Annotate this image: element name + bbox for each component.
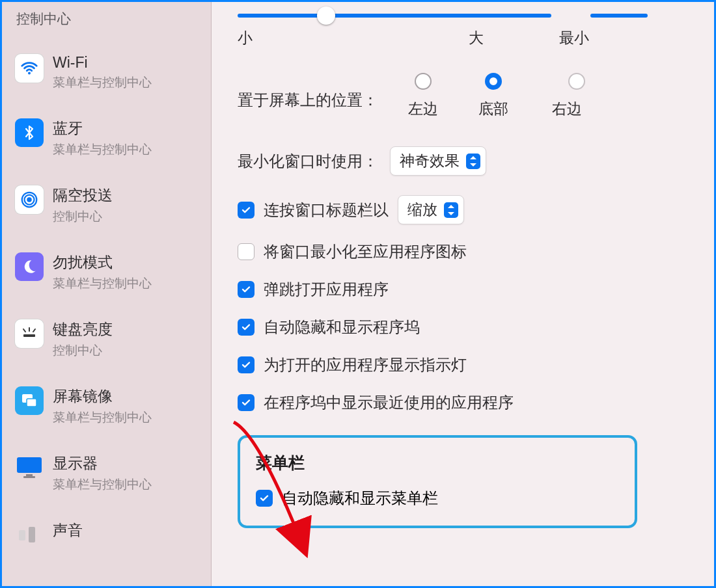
svg-point-0: [28, 72, 31, 75]
display-icon: [15, 453, 44, 482]
svg-rect-14: [29, 527, 35, 542]
sidebar-item-label: 隔空投送: [53, 185, 113, 206]
svg-line-6: [23, 329, 25, 332]
sidebar: 控制中心 Wi-Fi 菜单栏与控制中心 蓝牙 菜单栏与控制中心 隔空投送 控制中…: [2, 2, 212, 586]
svg-rect-9: [27, 399, 36, 407]
svg-line-7: [33, 329, 35, 332]
position-radio-group: 左边 底部 右边: [408, 73, 585, 119]
check-autohide-dock[interactable]: 自动隐藏和显示程序坞: [238, 317, 714, 338]
check-show-indicators[interactable]: 为打开的应用程序显示指示灯: [238, 354, 714, 375]
checkbox-icon: [238, 243, 255, 260]
minimize-label: 最小化窗口时使用：: [238, 151, 378, 172]
moon-icon: [15, 252, 44, 281]
svg-rect-4: [23, 334, 35, 337]
sidebar-item-sublabel: 控制中心: [53, 208, 113, 225]
sidebar-item-airdrop[interactable]: 隔空投送 控制中心: [15, 171, 211, 238]
checkbox-icon: [256, 490, 273, 507]
slider-label-large: 大: [469, 28, 484, 48]
sidebar-item-label: 显示器: [53, 453, 152, 474]
sidebar-item-sublabel: 菜单栏与控制中心: [53, 409, 152, 426]
sidebar-item-dnd[interactable]: 勿扰模式 菜单栏与控制中心: [15, 238, 211, 305]
sidebar-item-sublabel: 菜单栏与控制中心: [53, 275, 152, 292]
sidebar-item-label: 屏幕镜像: [53, 386, 152, 407]
sound-icon: [15, 520, 44, 549]
check-autohide-menubar[interactable]: 自动隐藏和显示菜单栏: [256, 488, 619, 509]
check-minimize-to-app-icon[interactable]: 将窗口最小化至应用程序图标: [238, 241, 714, 262]
check-show-recent-apps[interactable]: 在程序坞中显示最近使用的应用程序: [238, 392, 714, 413]
sidebar-item-sound[interactable]: 声音: [15, 506, 211, 562]
magnification-slider[interactable]: [590, 14, 648, 18]
sidebar-item-wifi[interactable]: Wi-Fi 菜单栏与控制中心: [15, 40, 211, 104]
sidebar-item-label: 键盘亮度: [53, 319, 113, 340]
sidebar-item-sublabel: 菜单栏与控制中心: [53, 74, 152, 91]
sidebar-item-keyboard-brightness[interactable]: 键盘亮度 控制中心: [15, 305, 211, 372]
sidebar-item-label: 勿扰模式: [53, 252, 152, 273]
svg-point-1: [27, 197, 32, 202]
sidebar-item-sublabel: 菜单栏与控制中心: [53, 476, 152, 493]
sidebar-item-label: 蓝牙: [53, 118, 152, 139]
checkbox-icon: [238, 394, 255, 411]
check-double-click-title[interactable]: 连按窗口标题栏以 缩放: [238, 195, 714, 224]
sidebar-item-screen-mirroring[interactable]: 屏幕镜像 菜单栏与控制中心: [15, 372, 211, 439]
sidebar-item-display[interactable]: 显示器 菜单栏与控制中心: [15, 439, 211, 506]
svg-rect-13: [19, 530, 25, 541]
slider-label-min: 最小: [559, 28, 589, 48]
sidebar-item-bluetooth[interactable]: 蓝牙 菜单栏与控制中心: [15, 104, 211, 171]
main-panel: 小 大 最小 置于屏幕上的位置： 左边 底部 右边 最小化窗口时使用： 神奇效果: [212, 2, 714, 586]
airdrop-icon: [15, 185, 44, 214]
radio-left[interactable]: 左边: [408, 73, 438, 119]
svg-rect-10: [17, 457, 42, 473]
size-slider-row: [238, 2, 714, 18]
checkbox-icon: [238, 202, 255, 219]
check-bounce-open-apps[interactable]: 弹跳打开应用程序: [238, 279, 714, 300]
sidebar-item-label: 声音: [53, 520, 83, 541]
checkbox-icon: [238, 356, 255, 373]
minimize-effect-dropdown[interactable]: 神奇效果: [390, 146, 486, 176]
sidebar-title: 控制中心: [15, 10, 211, 28]
svg-rect-11: [26, 474, 33, 476]
position-label: 置于屏幕上的位置：: [238, 73, 378, 111]
dropdown-arrows-icon: [444, 202, 458, 218]
radio-right[interactable]: 右边: [549, 73, 585, 119]
dropdown-arrows-icon: [466, 154, 480, 169]
slider-thumb[interactable]: [317, 7, 335, 25]
radio-bottom[interactable]: 底部: [478, 73, 508, 119]
sidebar-item-sublabel: 菜单栏与控制中心: [53, 141, 152, 158]
slider-label-small: 小: [238, 28, 253, 48]
double-click-action-dropdown[interactable]: 缩放: [398, 195, 464, 224]
checkbox-icon: [238, 319, 255, 336]
menubar-section-highlight: 菜单栏 自动隐藏和显示菜单栏: [238, 435, 637, 528]
sidebar-item-sublabel: 控制中心: [53, 342, 113, 359]
checkbox-icon: [238, 281, 255, 298]
menubar-section-title: 菜单栏: [256, 452, 619, 474]
wifi-icon: [15, 54, 44, 83]
bluetooth-icon: [15, 118, 44, 147]
keyboard-brightness-icon: [15, 319, 44, 348]
sidebar-item-label: Wi-Fi: [53, 54, 152, 72]
size-slider[interactable]: [238, 14, 551, 18]
screen-mirroring-icon: [15, 386, 44, 415]
svg-rect-12: [23, 476, 35, 478]
